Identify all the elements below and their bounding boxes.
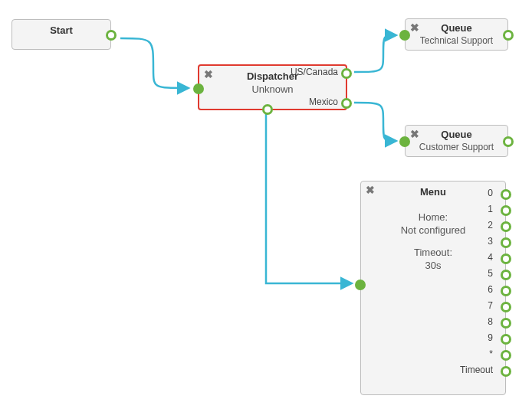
- port-menu-star[interactable]: [501, 350, 511, 361]
- menu-opt-label-8: 8: [488, 316, 493, 327]
- node-queue-customer-sub: Customer Support: [406, 142, 507, 152]
- node-queue-technical-title: Queue: [406, 22, 507, 34]
- port-menu-3[interactable]: [501, 237, 511, 248]
- port-queue2-in[interactable]: [399, 136, 410, 147]
- port-start-out[interactable]: [106, 30, 117, 41]
- menu-opt-label-9: 9: [488, 332, 493, 343]
- port-dispatcher-mexico[interactable]: [341, 98, 352, 109]
- node-start-title: Start: [12, 25, 110, 36]
- port-queue1-in[interactable]: [399, 30, 410, 41]
- node-queue-technical[interactable]: ✖ Queue Technical Support: [405, 18, 508, 51]
- menu-opt-label-star: *: [489, 348, 493, 359]
- menu-timeout-label: Timeout:: [361, 247, 505, 258]
- close-icon[interactable]: ✖: [410, 22, 419, 33]
- node-dispatcher-subtitle: Unknown: [199, 83, 346, 95]
- close-icon[interactable]: ✖: [204, 69, 213, 80]
- port-dispatcher-in[interactable]: [193, 83, 204, 94]
- menu-opt-label-0: 0: [488, 188, 493, 198]
- port-label-uscanada: US/Canada: [291, 67, 338, 77]
- port-menu-1[interactable]: [501, 205, 511, 216]
- node-dispatcher[interactable]: ✖ Dispatcher Unknown US/Canada Mexico: [198, 64, 347, 110]
- port-menu-2[interactable]: [501, 221, 511, 232]
- menu-opt-label-4: 4: [488, 252, 493, 263]
- menu-timeout-value: 30s: [361, 260, 505, 271]
- node-start[interactable]: Start: [11, 19, 111, 50]
- menu-opt-label-2: 2: [488, 220, 493, 231]
- port-label-mexico: Mexico: [309, 96, 338, 107]
- menu-opt-label-timeout: Timeout: [460, 365, 493, 375]
- port-queue1-out[interactable]: [503, 30, 514, 41]
- node-queue-customer[interactable]: ✖ Queue Customer Support: [405, 125, 508, 157]
- port-dispatcher-unknown[interactable]: [262, 104, 273, 115]
- port-menu-6[interactable]: [501, 286, 511, 296]
- menu-home-label: Home:: [361, 211, 505, 223]
- menu-opt-label-6: 6: [488, 284, 493, 295]
- node-menu-title: Menu: [361, 186, 505, 198]
- port-menu-5[interactable]: [501, 270, 511, 280]
- close-icon[interactable]: ✖: [366, 185, 375, 195]
- port-menu-in[interactable]: [355, 280, 366, 290]
- port-menu-7[interactable]: [501, 302, 511, 312]
- port-menu-9[interactable]: [501, 334, 511, 345]
- menu-opt-label-1: 1: [488, 204, 493, 214]
- port-menu-0[interactable]: [501, 189, 511, 200]
- node-queue-technical-sub: Technical Support: [406, 35, 507, 46]
- node-queue-customer-title: Queue: [406, 129, 507, 140]
- menu-opt-label-3: 3: [488, 236, 493, 247]
- menu-home-value: Not configured: [361, 224, 505, 236]
- port-dispatcher-uscanada[interactable]: [341, 68, 352, 79]
- port-menu-8[interactable]: [501, 318, 511, 329]
- port-menu-timeout[interactable]: [501, 366, 511, 377]
- close-icon[interactable]: ✖: [410, 129, 419, 139]
- port-menu-4[interactable]: [501, 253, 511, 264]
- node-menu[interactable]: ✖ Menu Home: Not configured Timeout: 30s…: [360, 181, 506, 395]
- menu-opt-label-7: 7: [488, 300, 493, 311]
- menu-opt-label-5: 5: [488, 268, 493, 279]
- port-queue2-out[interactable]: [503, 136, 514, 147]
